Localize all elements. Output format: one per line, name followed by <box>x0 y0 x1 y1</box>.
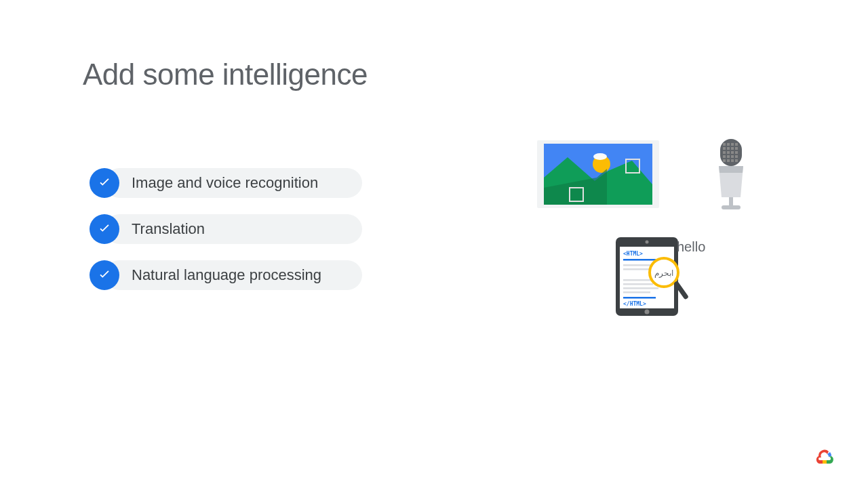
svg-rect-8 <box>727 143 730 146</box>
svg-rect-34 <box>623 259 656 261</box>
bullet-label: Translation <box>132 220 205 238</box>
svg-rect-11 <box>723 147 726 150</box>
svg-rect-15 <box>723 151 726 154</box>
svg-text:ابحرم: ابحرم <box>654 268 673 278</box>
svg-rect-22 <box>735 155 738 158</box>
microphone-icon <box>712 138 750 214</box>
svg-rect-7 <box>723 143 726 146</box>
svg-rect-23 <box>723 159 726 162</box>
svg-text:</HTML>: </HTML> <box>623 301 646 307</box>
svg-rect-40 <box>623 291 650 293</box>
svg-rect-17 <box>731 151 734 154</box>
svg-rect-16 <box>727 151 730 154</box>
svg-rect-21 <box>731 155 734 158</box>
svg-rect-12 <box>727 147 730 150</box>
svg-rect-14 <box>735 147 738 150</box>
hello-label: hello <box>677 239 705 255</box>
svg-rect-24 <box>727 159 730 162</box>
svg-rect-26 <box>735 159 738 162</box>
slide-title: Add some intelligence <box>83 58 368 92</box>
list-item: Natural language processing <box>90 260 362 290</box>
svg-point-30 <box>646 241 649 244</box>
svg-rect-13 <box>731 147 734 150</box>
svg-point-32 <box>645 310 650 314</box>
bullet-label: Natural language processing <box>132 266 321 284</box>
check-icon <box>90 168 119 198</box>
bullet-label: Image and voice recognition <box>132 174 318 192</box>
svg-rect-25 <box>731 159 734 162</box>
list-item: Translation <box>90 214 362 244</box>
svg-rect-10 <box>735 143 738 146</box>
svg-rect-19 <box>723 155 726 158</box>
landscape-photo-icon <box>537 140 659 211</box>
svg-rect-27 <box>729 197 733 205</box>
svg-rect-20 <box>727 155 730 158</box>
svg-rect-39 <box>623 287 658 289</box>
svg-rect-18 <box>735 151 738 154</box>
list-item: Image and voice recognition <box>90 168 362 198</box>
svg-point-3 <box>593 153 607 160</box>
bullet-list: Image and voice recognition Translation … <box>90 168 362 306</box>
svg-rect-38 <box>623 283 653 285</box>
check-icon <box>90 260 119 290</box>
svg-rect-28 <box>722 205 741 209</box>
svg-rect-9 <box>731 143 734 146</box>
svg-rect-41 <box>623 297 656 299</box>
google-cloud-logo-icon <box>814 445 835 466</box>
check-icon <box>90 214 119 244</box>
svg-text:<HTML>: <HTML> <box>623 251 643 257</box>
